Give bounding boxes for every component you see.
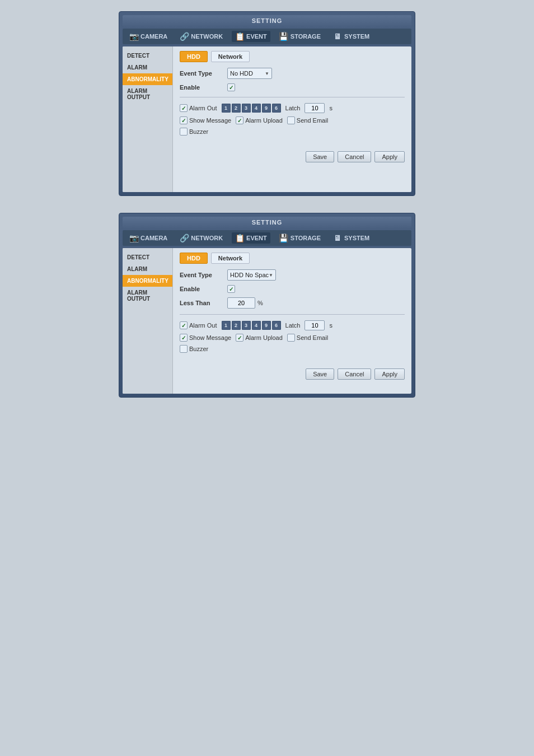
sidebar-detect-2[interactable]: DETECT <box>123 251 172 263</box>
enable-checkbox-1[interactable] <box>227 83 235 91</box>
tab-camera-label-2: CAMERA <box>140 235 167 241</box>
tab-storage-2[interactable]: 💾 STORAGE <box>276 232 324 244</box>
alarm-upload-text-2: Alarm Upload <box>245 334 283 341</box>
sidebar-1: DETECT ALARM ABNORMALITY ALARM OUTPUT <box>123 46 173 192</box>
apply-button-2[interactable]: Apply <box>374 368 405 380</box>
show-message-checkbox-1[interactable] <box>180 116 188 124</box>
num-box-2-3[interactable]: 3 <box>242 321 251 330</box>
less-than-label-2: Less Than <box>180 300 222 306</box>
tab-network-label-1: NETWORK <box>191 33 223 40</box>
tab-camera-label-1: CAMERA <box>140 33 167 40</box>
sub-tabs-1: HDD Network <box>180 51 405 62</box>
tab-camera-1[interactable]: 📷 CAMERA <box>126 31 171 42</box>
sidebar-abnormality-1[interactable]: ABNORMALITY <box>123 73 172 85</box>
sidebar-alarm-2[interactable]: ALARM <box>123 263 172 275</box>
alarm-upload-label-1[interactable]: Alarm Upload <box>236 116 283 124</box>
storage-icon-1: 💾 <box>279 32 288 41</box>
subtab-network-1[interactable]: Network <box>211 51 250 62</box>
camera-icon-2: 📷 <box>129 234 138 242</box>
tab-event-1[interactable]: 📋 EVENT <box>232 31 270 42</box>
tab-network-1[interactable]: 🔗 NETWORK <box>176 31 226 42</box>
latch-input-1[interactable] <box>305 103 325 113</box>
event-type-label-2: Event Type <box>180 272 222 278</box>
alarm-out-checkbox-1[interactable] <box>180 104 188 112</box>
show-message-checkbox-2[interactable] <box>180 334 188 342</box>
send-email-checkbox-1[interactable] <box>287 116 295 124</box>
sidebar-alarm-output-1[interactable]: ALARM OUTPUT <box>123 85 172 103</box>
num-box-2-6[interactable]: 6 <box>272 321 281 330</box>
nav-tabs-2: 📷 CAMERA 🔗 NETWORK 📋 EVENT 💾 STORAGE 🖥 S… <box>123 230 411 246</box>
tab-storage-1[interactable]: 💾 STORAGE <box>276 31 324 42</box>
alarm-out-label-2[interactable]: Alarm Out <box>180 321 217 329</box>
enable-checkbox-2[interactable] <box>227 285 235 293</box>
alarm-out-label-1[interactable]: Alarm Out <box>180 104 217 112</box>
buzzer-checkbox-2[interactable] <box>180 345 188 353</box>
panel-title-1: SETTING <box>123 15 411 26</box>
apply-button-1[interactable]: Apply <box>374 151 405 162</box>
enable-label-1: Enable <box>180 84 222 91</box>
num-box-2-2[interactable]: 2 <box>232 321 241 330</box>
save-button-1[interactable]: Save <box>306 151 334 162</box>
num-box-2-4[interactable]: 4 <box>252 321 261 330</box>
event-type-select-2[interactable]: HDD No Spac ▼ <box>227 269 276 281</box>
alarm-upload-checkbox-1[interactable] <box>236 116 243 124</box>
tab-camera-2[interactable]: 📷 CAMERA <box>126 232 171 244</box>
latch-unit-1: s <box>329 105 332 111</box>
num-box-1-4[interactable]: 4 <box>252 104 261 113</box>
event-type-row-1: Event Type No HDD ▼ <box>180 68 405 79</box>
panel-wrapper-1: SETTING 📷 CAMERA 🔗 NETWORK 📋 EVENT 💾 STO… <box>11 11 523 196</box>
tab-system-2[interactable]: 🖥 SYSTEM <box>330 232 373 244</box>
save-button-2[interactable]: Save <box>306 368 334 380</box>
event-icon-2: 📋 <box>235 234 244 242</box>
event-type-value-2: HDD No Spac <box>230 272 269 278</box>
enable-row-2: Enable <box>180 285 405 293</box>
num-box-1-2[interactable]: 2 <box>232 104 241 113</box>
settings-panel-1: SETTING 📷 CAMERA 🔗 NETWORK 📋 EVENT 💾 STO… <box>119 11 415 196</box>
num-box-1-5[interactable]: 9 <box>262 104 271 113</box>
enable-row-1: Enable <box>180 83 405 91</box>
num-box-1-1[interactable]: 1 <box>222 104 231 113</box>
cancel-button-1[interactable]: Cancel <box>338 151 371 162</box>
enable-control-2 <box>227 285 235 293</box>
event-icon-1: 📋 <box>235 32 244 41</box>
show-message-label-2[interactable]: Show Message <box>180 334 231 342</box>
buzzer-row-1: Buzzer <box>180 128 405 136</box>
subtab-hdd-1[interactable]: HDD <box>180 51 208 62</box>
enable-label-2: Enable <box>180 286 222 292</box>
tab-system-label-2: SYSTEM <box>344 235 369 241</box>
alarm-out-checkbox-2[interactable] <box>180 321 188 329</box>
alarm-upload-checkbox-2[interactable] <box>236 334 243 342</box>
sidebar-abnormality-2[interactable]: ABNORMALITY <box>123 275 172 287</box>
sidebar-alarm-output-2[interactable]: ALARM OUTPUT <box>123 287 172 305</box>
num-box-2-5[interactable]: 9 <box>262 321 271 330</box>
show-message-label-1[interactable]: Show Message <box>180 116 231 124</box>
sub-tabs-2: HDD Network <box>180 253 405 264</box>
subtab-network-2[interactable]: Network <box>211 253 250 264</box>
num-box-1-6[interactable]: 6 <box>272 104 281 113</box>
alarm-out-row-2: Alarm Out 1 2 3 4 9 6 Latch s <box>180 320 405 330</box>
sidebar-detect-1[interactable]: DETECT <box>123 50 172 62</box>
tab-event-label-1: EVENT <box>246 33 267 40</box>
sidebar-alarm-1[interactable]: ALARM <box>123 62 172 73</box>
tab-storage-label-2: STORAGE <box>291 235 321 241</box>
footer-row-1: Save Cancel Apply <box>180 147 405 162</box>
tab-event-2[interactable]: 📋 EVENT <box>232 232 270 244</box>
num-box-1-3[interactable]: 3 <box>242 104 251 113</box>
latch-input-2[interactable] <box>305 320 325 330</box>
send-email-label-2[interactable]: Send Email <box>287 334 328 342</box>
send-email-label-1[interactable]: Send Email <box>287 116 328 124</box>
event-type-select-1[interactable]: No HDD ▼ <box>227 68 272 79</box>
buzzer-label-1[interactable]: Buzzer <box>180 128 208 136</box>
cancel-button-2[interactable]: Cancel <box>338 368 371 380</box>
buzzer-label-2[interactable]: Buzzer <box>180 345 208 353</box>
show-message-text-1: Show Message <box>189 117 231 124</box>
tab-network-2[interactable]: 🔗 NETWORK <box>176 232 226 244</box>
less-than-input-2[interactable] <box>227 297 255 309</box>
buzzer-checkbox-1[interactable] <box>180 128 188 136</box>
send-email-checkbox-2[interactable] <box>287 334 295 342</box>
num-box-2-1[interactable]: 1 <box>222 321 231 330</box>
alarm-upload-label-2[interactable]: Alarm Upload <box>236 334 283 342</box>
buzzer-text-2: Buzzer <box>189 346 208 352</box>
tab-system-1[interactable]: 🖥 SYSTEM <box>330 31 373 42</box>
subtab-hdd-2[interactable]: HDD <box>180 253 208 264</box>
